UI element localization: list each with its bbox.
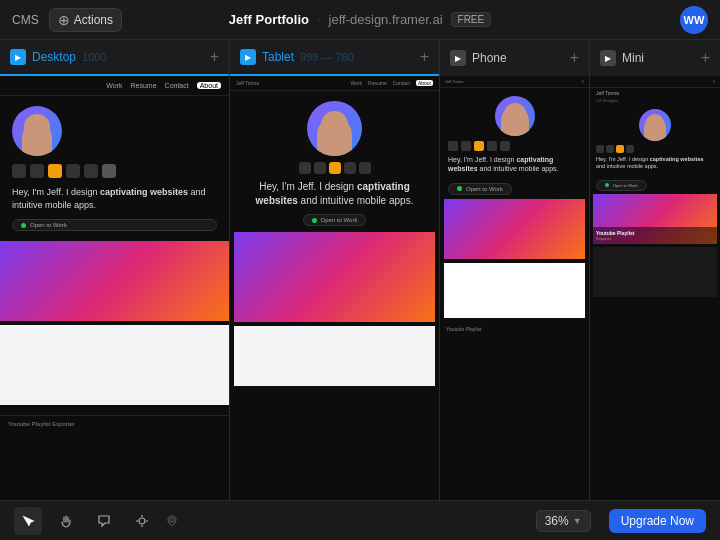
- phone-card-white: [444, 263, 585, 318]
- tablet-nav: Jeff Torres Work Resume Contact About: [230, 76, 439, 91]
- mini-card-dark: [593, 247, 717, 297]
- phone-social-icons: [440, 141, 589, 151]
- actions-label: Actions: [74, 13, 113, 27]
- mini-tagline-bold: captivating websites: [650, 156, 704, 162]
- mini-yt-subtitle: Exporter: [596, 236, 714, 241]
- desktop-play-icon[interactable]: ▶: [10, 49, 26, 65]
- mini-si-4: [626, 145, 634, 153]
- phone-cta-label: Open to Work: [466, 186, 503, 192]
- location-area: [166, 515, 178, 527]
- phone-add-icon[interactable]: +: [570, 49, 579, 67]
- actions-button[interactable]: ⊕ Actions: [49, 8, 122, 32]
- desktop-hero-avatar: [12, 106, 62, 156]
- phone-si-3: [474, 141, 484, 151]
- phone-label: Phone: [472, 51, 507, 65]
- tablet-si-5: [359, 162, 371, 174]
- desktop-tagline-bold: captivating websites: [100, 187, 188, 197]
- avatar[interactable]: WW: [680, 6, 708, 34]
- social-icon-4: [66, 164, 80, 178]
- tablet-hero-avatar: [307, 101, 362, 156]
- tablet-cta: Open to Work: [230, 214, 439, 226]
- mini-website: ≡ Jeff Torres UX Designer Hey, I'm Jeff.…: [590, 76, 720, 540]
- tablet-cta-dot: [312, 218, 317, 223]
- mini-add-icon[interactable]: +: [701, 49, 710, 67]
- phone-brand: Jeff Torres: [445, 79, 464, 84]
- social-icon-6: [102, 164, 116, 178]
- zoom-level: 36%: [545, 514, 569, 528]
- phone-hero-text: Hey, I'm Jeff. I design captivating webs…: [440, 155, 589, 173]
- desktop-cta-btn[interactable]: Open to Work: [12, 219, 217, 231]
- social-icon-3: [48, 164, 62, 178]
- tablet-cta-btn[interactable]: Open to Work: [303, 214, 367, 226]
- mini-brand: Jeff Torres: [590, 88, 720, 98]
- tablet-website: Jeff Torres Work Resume Contact About He…: [230, 76, 439, 540]
- tablet-si-2: [314, 162, 326, 174]
- comment-tool[interactable]: [90, 507, 118, 535]
- mini-hero-avatar: [639, 109, 671, 141]
- hand-tool[interactable]: [52, 507, 80, 535]
- tablet-si-1: [299, 162, 311, 174]
- tablet-si-3: [329, 162, 341, 174]
- tablet-tagline-suffix: and intuitive mobile apps.: [301, 195, 414, 206]
- tablet-cta-label: Open to Work: [321, 217, 358, 223]
- desktop-viewport-header: ▶ Desktop 1000 +: [0, 40, 229, 76]
- mini-menu-icon: ≡: [713, 79, 715, 84]
- mini-tagline-prefix: Hey, I'm Jeff. I design: [596, 156, 648, 162]
- desktop-nav: Work Resume Contact About: [0, 76, 229, 96]
- phone-card-purple: [444, 199, 585, 259]
- mini-cta-btn[interactable]: Open to Work: [596, 180, 647, 191]
- phone-panel: ▶ Phone + Jeff Torres ≡ Hey, I'm Jeff. I…: [440, 40, 590, 540]
- tablet-nav-work: Work: [350, 80, 362, 86]
- social-icon-5: [84, 164, 98, 178]
- nav-contact: Contact: [165, 82, 189, 89]
- cms-label[interactable]: CMS: [12, 13, 39, 27]
- cursor-icon: [21, 514, 35, 528]
- mini-play-icon[interactable]: ▶: [600, 50, 616, 66]
- phone-cta-btn[interactable]: Open to Work: [448, 183, 512, 195]
- cursor-tool[interactable]: [14, 507, 42, 535]
- tablet-card-light: [234, 326, 435, 386]
- tablet-add-icon[interactable]: +: [420, 48, 429, 66]
- tablet-nav-about: About: [416, 80, 433, 86]
- mini-yt-overlay: Youtube Playlist Exporter: [593, 227, 717, 244]
- phone-play-icon[interactable]: ▶: [450, 50, 466, 66]
- upgrade-button[interactable]: Upgrade Now: [609, 509, 706, 533]
- sun-icon: [135, 514, 149, 528]
- phone-si-2: [461, 141, 471, 151]
- mini-si-2: [606, 145, 614, 153]
- bottom-toolbar: 36% ▼ Upgrade Now: [0, 500, 720, 540]
- canvas: ▶ Desktop 1000 + Work Resume Contact Abo…: [0, 40, 720, 540]
- tablet-brand: Jeff Torres: [236, 80, 259, 86]
- desktop-hero-text: Hey, I'm Jeff. I design captivating webs…: [12, 186, 217, 211]
- tablet-viewport-header: ▶ Tablet 999 — 780 +: [230, 40, 439, 76]
- zoom-display[interactable]: 36% ▼: [536, 510, 591, 532]
- tablet-hero-text: Hey, I'm Jeff. I design captivating webs…: [230, 180, 439, 208]
- social-icon-2: [30, 164, 44, 178]
- mini-role: UX Designer: [590, 98, 720, 103]
- nav-work: Work: [106, 82, 122, 89]
- hand-icon: [59, 514, 73, 528]
- nav-about: About: [197, 82, 221, 89]
- desktop-size: 1000: [82, 51, 106, 63]
- tablet-panel: ▶ Tablet 999 — 780 + Jeff Torres Work Re…: [230, 40, 440, 540]
- desktop-add-icon[interactable]: +: [210, 48, 219, 66]
- mini-viewport-header: ▶ Mini +: [590, 40, 720, 76]
- phone-cta-dot: [457, 186, 462, 191]
- mini-social-icons: [590, 145, 720, 153]
- mini-topbar: ≡: [590, 76, 720, 88]
- mini-tagline-suffix: and intuitive mobile apps.: [596, 163, 658, 169]
- theme-tool[interactable]: [128, 507, 156, 535]
- desktop-label: Desktop: [32, 50, 76, 64]
- tablet-label: Tablet: [262, 50, 294, 64]
- phone-cta: Open to Work: [448, 177, 581, 195]
- desktop-card-light: [0, 325, 229, 405]
- phone-tagline-suffix: and intuitive mobile apps.: [480, 165, 559, 172]
- comment-icon: [97, 514, 111, 528]
- phone-si-4: [487, 141, 497, 151]
- desktop-tagline-prefix: Hey, I'm Jeff. I design: [12, 187, 97, 197]
- tablet-play-icon[interactable]: ▶: [240, 49, 256, 65]
- project-url: jeff-design.framer.ai: [329, 12, 443, 27]
- desktop-website: Work Resume Contact About Hey, I'm Jeff.…: [0, 76, 229, 540]
- tablet-size: 999 — 780: [300, 51, 354, 63]
- phone-nav: Jeff Torres ≡: [440, 76, 589, 88]
